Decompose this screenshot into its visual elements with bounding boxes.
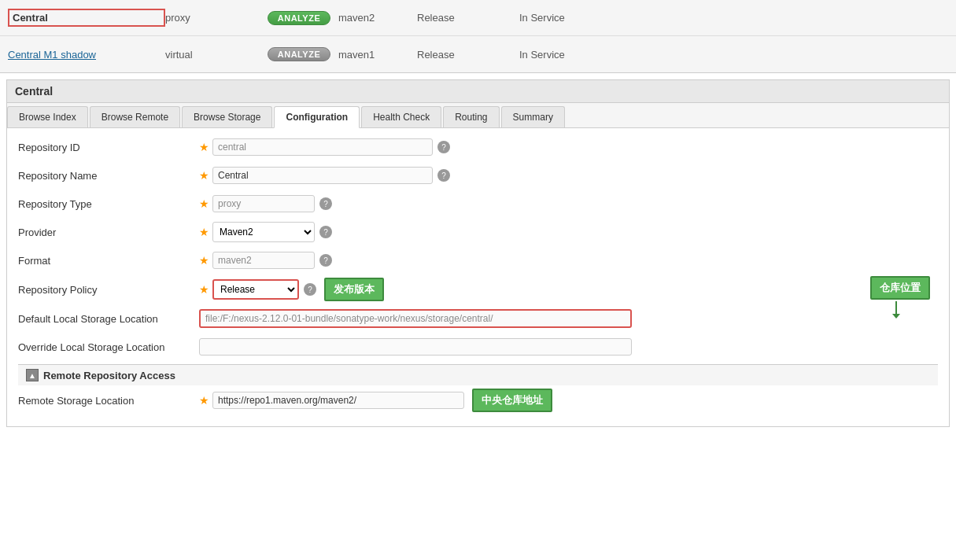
required-star-format: ★ [199, 254, 209, 267]
input-override-storage[interactable] [199, 338, 632, 356]
section-toggle[interactable]: ▲ [26, 369, 39, 381]
repo-analyze-central[interactable]: ANALYZE [260, 11, 338, 25]
tab-bar: Browse Index Browse Remote Browse Storag… [7, 103, 949, 128]
label-provider: Provider [18, 227, 199, 238]
panel-title: Central [7, 80, 949, 103]
policy-select[interactable]: Release Snapshot Mixed [212, 279, 299, 300]
label-default-storage: Default Local Storage Location [18, 313, 199, 325]
help-icon-provider[interactable]: ? [319, 226, 332, 238]
repository-list: Central proxy ANALYZE maven2 Release In … [0, 0, 956, 73]
repo-row-central-m1[interactable]: Central M1 shadow virtual ANALYZE maven1… [0, 36, 956, 72]
repo-policy-central-m1: Release [417, 49, 519, 61]
repo-policy-central: Release [417, 12, 519, 24]
required-star-remote: ★ [199, 394, 209, 407]
configuration-form: Repository ID ★ ? Repository Name ★ ? Re… [7, 128, 949, 426]
repo-analyze-central-m1[interactable]: ANALYZE [260, 47, 338, 61]
help-icon-repo-policy[interactable]: ? [304, 283, 316, 296]
help-icon-format[interactable]: ? [319, 254, 332, 267]
form-row-repo-id: Repository ID ★ ? [18, 136, 938, 158]
repo-row-central[interactable]: Central proxy ANALYZE maven2 Release In … [0, 0, 956, 36]
remote-section-title: Remote Repository Access [43, 370, 175, 381]
repo-format-central: maven2 [338, 12, 417, 24]
tab-configuration[interactable]: Configuration [274, 106, 360, 128]
help-icon-repo-id[interactable]: ? [437, 141, 450, 153]
repo-name-central-m1[interactable]: Central M1 shadow [8, 49, 165, 61]
input-remote-storage[interactable] [212, 392, 464, 409]
form-row-format: Format ★ ? [18, 249, 938, 271]
form-row-override-storage: Override Local Storage Location [18, 336, 938, 358]
repo-status-central-m1: In Service [519, 49, 622, 61]
label-remote-storage: Remote Storage Location [18, 395, 199, 407]
help-icon-repo-name[interactable]: ? [437, 169, 450, 182]
input-repo-type [212, 195, 315, 212]
remote-section-header: ▲ Remote Repository Access [18, 364, 938, 385]
policy-select-wrapper: Release Snapshot Mixed [212, 279, 299, 300]
form-row-repo-name: Repository Name ★ ? [18, 164, 938, 186]
required-star-repo-name: ★ [199, 169, 209, 182]
input-default-storage[interactable] [199, 309, 632, 328]
help-icon-repo-type[interactable]: ? [319, 197, 332, 210]
label-format: Format [18, 255, 199, 267]
repo-type-central-m1: virtual [165, 49, 260, 61]
required-star-repo-id: ★ [199, 141, 209, 153]
required-star-repo-policy: ★ [199, 283, 209, 296]
form-row-repo-type: Repository Type ★ ? [18, 193, 938, 215]
main-panel: Central Browse Index Browse Remote Brows… [6, 79, 950, 427]
tab-browse-storage[interactable]: Browse Storage [182, 106, 272, 127]
repo-type-central: proxy [165, 12, 260, 24]
tab-browse-remote[interactable]: Browse Remote [90, 106, 180, 127]
required-star-repo-type: ★ [199, 197, 209, 210]
label-override-storage: Override Local Storage Location [18, 341, 199, 353]
analyze-button-central-m1[interactable]: ANALYZE [268, 47, 330, 61]
label-repo-id: Repository ID [18, 142, 199, 153]
tab-health-check[interactable]: Health Check [361, 106, 441, 127]
analyze-button-central[interactable]: ANALYZE [268, 11, 330, 25]
repo-format-central-m1: maven1 [338, 49, 417, 61]
input-format [212, 252, 315, 269]
form-row-repo-policy: Repository Policy ★ Release Snapshot Mix… [18, 278, 938, 301]
required-star-provider: ★ [199, 226, 209, 238]
form-row-provider: Provider ★ Maven2 Maven1 NuGet npm Raw ? [18, 221, 938, 243]
provider-select-wrapper: Maven2 Maven1 NuGet npm Raw [212, 222, 315, 242]
label-repo-name: Repository Name [18, 170, 199, 182]
tab-routing[interactable]: Routing [443, 106, 499, 127]
annotation-release: 发布版本 [324, 278, 384, 301]
repo-status-central: In Service [519, 12, 622, 24]
input-repo-id[interactable] [212, 138, 433, 156]
label-repo-type: Repository Type [18, 198, 199, 210]
form-row-remote-storage: Remote Storage Location ★ 中央仓库地址 [18, 389, 938, 412]
tab-summary[interactable]: Summary [501, 106, 565, 127]
annotation-storage-location: 仓库位置 [870, 276, 930, 300]
input-repo-name[interactable] [212, 167, 433, 184]
repo-name-central[interactable]: Central [8, 9, 165, 27]
annotation-central-address: 中央仓库地址 [472, 389, 552, 412]
label-repo-policy: Repository Policy [18, 284, 199, 296]
provider-select[interactable]: Maven2 Maven1 NuGet npm Raw [212, 222, 315, 242]
tab-browse-index[interactable]: Browse Index [7, 106, 88, 127]
form-row-default-storage: Default Local Storage Location 仓库位置 [18, 308, 938, 330]
